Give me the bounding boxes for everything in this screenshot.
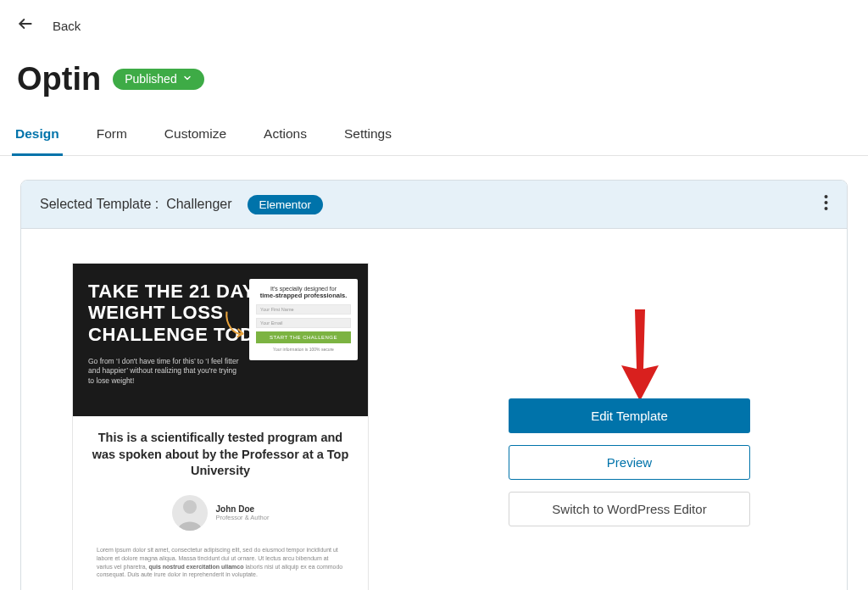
template-actions: Edit Template Preview Switch to WordPres… <box>509 398 750 526</box>
status-label: Published <box>125 72 177 86</box>
preview-button[interactable]: Preview <box>509 445 750 480</box>
status-badge[interactable]: Published <box>113 69 204 90</box>
tabs: Design Form Customize Actions Settings <box>0 97 868 156</box>
program-title: This is a scientifically tested program … <box>92 430 349 480</box>
back-label[interactable]: Back <box>53 19 81 33</box>
form-secure: Your information is 100% secure <box>256 347 351 352</box>
chevron-down-icon <box>182 72 192 86</box>
template-preview: TAKE THE 21 DAYS WEIGHT LOSS CHALLENGE T… <box>72 263 369 590</box>
more-options-icon[interactable] <box>824 194 828 214</box>
panel-header: Selected Template : Challenger Elementor <box>21 181 847 229</box>
form-head2: time-strapped professionals. <box>256 292 351 299</box>
template-panel: Selected Template : Challenger Elementor… <box>20 180 848 590</box>
hero-subtitle: Go from ‘I don't have time for this’ to … <box>88 357 242 386</box>
curved-arrow-icon <box>224 309 246 343</box>
tab-form[interactable]: Form <box>93 126 131 155</box>
back-arrow-icon[interactable] <box>17 15 34 36</box>
form-cta: START THE CHALLENGE <box>256 331 351 343</box>
tab-settings[interactable]: Settings <box>341 126 395 155</box>
author-role: Professor & Author <box>216 514 270 521</box>
elementor-badge: Elementor <box>248 195 324 214</box>
tab-customize[interactable]: Customize <box>161 126 230 155</box>
form-field-name: Your First Name <box>256 304 351 314</box>
author-row: John Doe Professor & Author <box>92 495 349 531</box>
switch-to-wordpress-button[interactable]: Switch to WordPress Editor <box>509 492 750 526</box>
avatar <box>172 495 208 531</box>
edit-template-button[interactable]: Edit Template <box>509 398 750 433</box>
svg-point-3 <box>825 207 828 210</box>
form-field-email: Your Email <box>256 318 351 328</box>
selected-template-label: Selected Template : Challenger <box>40 197 232 212</box>
tab-actions[interactable]: Actions <box>260 126 310 155</box>
author-name: John Doe <box>216 504 270 514</box>
page-title: Optin <box>17 61 101 97</box>
tab-design[interactable]: Design <box>12 126 63 156</box>
preview-form: It's specially designed for time-strappe… <box>249 279 358 360</box>
svg-point-1 <box>825 195 828 198</box>
form-head1: It's specially designed for <box>256 286 351 292</box>
preview-hero: TAKE THE 21 DAYS WEIGHT LOSS CHALLENGE T… <box>73 264 368 416</box>
program-description: Lorem ipsum dolor sit amet, consectetur … <box>92 546 349 579</box>
svg-point-4 <box>183 500 197 514</box>
svg-point-2 <box>825 201 828 204</box>
annotation-red-arrow-icon <box>615 309 665 403</box>
